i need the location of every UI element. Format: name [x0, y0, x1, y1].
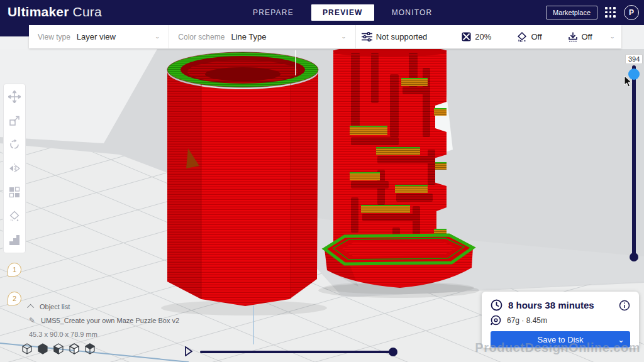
object-info-overlay: Object list ✎ UMS5_Create your own Maze …	[29, 303, 179, 338]
chevron-down-icon: ⌄	[155, 34, 160, 40]
scene-tool-panel	[3, 84, 26, 253]
move-tool-button[interactable]	[8, 90, 21, 104]
print-settings-summary: Not supported 20% Off Off	[355, 25, 621, 48]
edit-pencil-icon: ✎	[29, 316, 35, 325]
playback-slider-track[interactable]	[200, 351, 396, 353]
rotate-icon	[9, 139, 20, 150]
model-hex-tube[interactable]	[167, 52, 318, 306]
infill-setting-value: 20%	[475, 32, 491, 41]
save-to-disk-button[interactable]: Save to Disk ⌄	[491, 331, 630, 348]
view-type-value: Layer view	[77, 32, 116, 41]
object-badge-panel: 1 2	[3, 259, 26, 305]
adhesion-setting-value: Off	[582, 32, 592, 41]
rotate-tool-button[interactable]	[8, 138, 21, 151]
infill-icon	[462, 32, 471, 41]
support-setting[interactable]: Off	[511, 32, 547, 42]
view-front-icon[interactable]	[37, 343, 48, 354]
account-avatar[interactable]: P	[624, 5, 639, 20]
view-top-icon[interactable]	[53, 343, 64, 354]
material-usage: 67g · 8.45m	[507, 316, 547, 325]
object-dimensions: 45.3 x 90.0 x 78.9 mm	[29, 331, 179, 338]
adhesion-icon	[568, 32, 578, 42]
material-spool-icon	[491, 315, 501, 326]
info-icon[interactable]	[619, 300, 630, 311]
support-blocker-icon	[9, 211, 20, 222]
color-scheme-dropdown[interactable]: Color scheme Line Type ⌄	[169, 25, 355, 48]
selected-object-name: UMS5_Create your own Maze Puzzle Box v2	[41, 317, 179, 324]
view-type-label: View type	[38, 33, 70, 41]
per-model-settings-icon	[9, 187, 20, 198]
object-badge-2[interactable]: 2	[8, 292, 21, 305]
layer-number-label: 394	[625, 54, 643, 64]
adhesion-setting[interactable]: Off	[562, 32, 598, 42]
play-button[interactable]	[184, 346, 193, 356]
object-list-label: Object list	[40, 303, 70, 310]
tab-monitor[interactable]: MONITOR	[383, 4, 441, 21]
mirror-tool-button[interactable]	[8, 162, 21, 175]
chevron-down-icon: ⌄	[341, 34, 346, 40]
mouse-cursor	[624, 76, 632, 87]
infill-setting[interactable]: 20%	[456, 32, 497, 41]
view-right-icon[interactable]	[84, 343, 96, 354]
apps-grid-icon[interactable]	[605, 7, 616, 18]
support-icon	[517, 32, 527, 42]
save-button-label: Save to Disk	[538, 335, 584, 344]
print-time: 8 hours 38 minutes	[508, 300, 613, 310]
logo-light-text: Cura	[73, 4, 102, 19]
layer-slider-bottom-handle[interactable]	[630, 253, 638, 261]
color-scheme-value: Line Type	[231, 32, 266, 41]
view-type-dropdown[interactable]: View type Layer view ⌄	[29, 25, 169, 48]
tab-preview[interactable]: PREVIEW	[311, 4, 374, 21]
object-badge-1[interactable]: 1	[8, 263, 21, 277]
settings-expand-chevron[interactable]: ⌄	[610, 34, 615, 40]
view-toolbar: View type Layer view ⌄ Color scheme Line…	[29, 25, 621, 48]
view-left-icon[interactable]	[69, 343, 80, 354]
playback-slider-handle[interactable]	[389, 348, 397, 356]
layer-slider-track[interactable]	[632, 65, 636, 261]
scale-tool-button[interactable]	[8, 114, 21, 128]
tab-prepare[interactable]: PREPARE	[244, 4, 303, 21]
mirror-icon	[9, 163, 20, 174]
header-notch	[0, 25, 29, 36]
print-summary-card: 8 hours 38 minutes 67g · 8.45m Save to D…	[482, 292, 639, 348]
move-icon	[8, 90, 21, 103]
stairs-icon	[9, 234, 20, 246]
scale-icon	[9, 115, 20, 126]
view-3d-icon[interactable]	[21, 343, 33, 354]
stage-tabs: PREPARE PREVIEW MONITOR	[244, 0, 441, 25]
color-scheme-label: Color scheme	[178, 33, 225, 41]
app-logo: Ultimaker Cura	[8, 4, 102, 19]
stairs-tool-button[interactable]	[8, 233, 21, 247]
sliders-icon	[362, 32, 372, 41]
support-setting-value: Off	[531, 32, 541, 41]
view-orientation-buttons	[21, 343, 96, 354]
save-options-chevron[interactable]: ⌄	[618, 335, 625, 344]
object-list-toggle[interactable]: Object list	[29, 303, 179, 310]
app-header: Ultimaker Cura PREPARE PREVIEW MONITOR M…	[0, 0, 644, 25]
logo-bold-text: Ultimaker	[8, 4, 69, 19]
marketplace-button[interactable]: Marketplace	[546, 6, 597, 19]
per-model-settings-button[interactable]	[8, 185, 21, 199]
profile-setting-value: Not supported	[376, 32, 428, 41]
clock-icon	[491, 299, 502, 311]
support-blocker-button[interactable]	[8, 209, 21, 223]
selected-object-row[interactable]: ✎ UMS5_Create your own Maze Puzzle Box v…	[29, 316, 179, 325]
profile-setting[interactable]: Not supported	[356, 32, 433, 41]
